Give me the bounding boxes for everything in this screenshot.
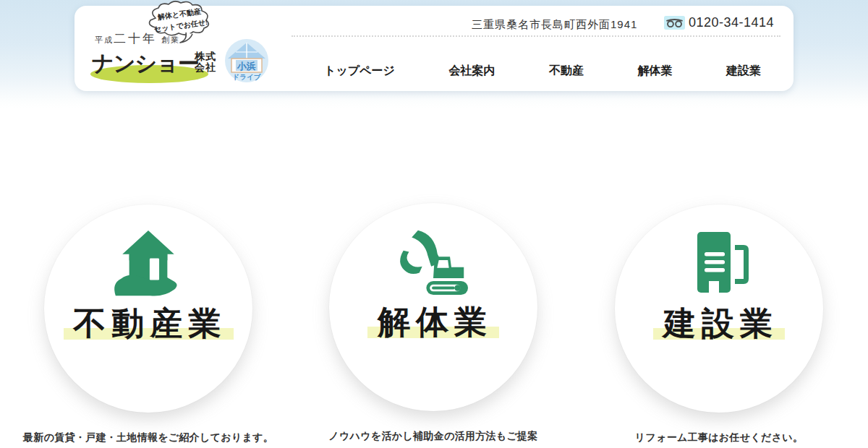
nav-item-top[interactable]: トップページ	[324, 64, 395, 79]
main-nav: トップページ 会社案内 不動産 解体業 建設業	[324, 55, 761, 87]
company-address: 三重県桑名市長島町西外面1941	[472, 18, 637, 32]
service-circle-construction[interactable]: 建設業	[615, 204, 823, 413]
house-hand-icon	[111, 229, 186, 298]
site-header: 解体と不動産 セットでお任せ! 平成二十年創業 ナンショー 株式 会社 小浜 ド…	[75, 6, 793, 91]
kohama-drive-badge[interactable]: 小浜 ドライブ	[224, 38, 270, 84]
service-circle-demolition[interactable]: 解体業	[329, 203, 537, 411]
service-title: 不動産業	[64, 307, 234, 340]
company-suffix-top: 株式	[195, 51, 216, 62]
founded-suffix: 創業	[161, 35, 180, 44]
service-card-construction: 建設業 リフォーム工事はお任せください。	[594, 204, 844, 444]
nav-item-realestate[interactable]: 不動産	[549, 64, 584, 79]
service-caption: ノウハウを活かし補助金の活用方法もご提案	[308, 430, 558, 443]
founded-big: 二十年	[114, 32, 157, 46]
freedial-icon	[664, 16, 685, 30]
kohama-drive-badge-icon: 小浜 ドライブ	[224, 38, 270, 84]
phone-link[interactable]: 0120-34-1414	[664, 15, 774, 30]
founded-prefix: 平成	[95, 35, 114, 44]
service-caption: 最新の賃貸・戸建・土地情報をご紹介しております。	[23, 431, 273, 444]
company-suffix-bottom: 会社	[195, 62, 216, 73]
building-icon	[683, 229, 755, 298]
service-card-demolition: 解体業 ノウハウを活かし補助金の活用方法もご提案	[308, 203, 558, 443]
service-title: 建設業	[653, 307, 785, 340]
nav-item-demolition[interactable]: 解体業	[637, 64, 672, 79]
header-divider	[292, 35, 780, 37]
founded-year: 平成二十年創業	[95, 30, 180, 47]
company-suffix: 株式 会社	[195, 51, 216, 73]
company-name: ナンショー	[92, 49, 199, 79]
nav-item-company[interactable]: 会社案内	[448, 64, 495, 79]
service-caption: リフォーム工事はお任せください。	[594, 431, 844, 444]
badge-text-bottom: ドライブ	[233, 73, 261, 81]
service-card-realestate: 不動産業 最新の賃貸・戸建・土地情報をご紹介しております。	[23, 204, 273, 444]
phone-number: 0120-34-1414	[689, 15, 774, 30]
badge-text-top: 小浜	[237, 61, 256, 72]
service-circle-realestate[interactable]: 不動産業	[44, 204, 252, 413]
nav-item-construction[interactable]: 建設業	[726, 64, 761, 79]
service-title: 解体業	[367, 306, 499, 338]
excavator-icon	[393, 228, 474, 297]
